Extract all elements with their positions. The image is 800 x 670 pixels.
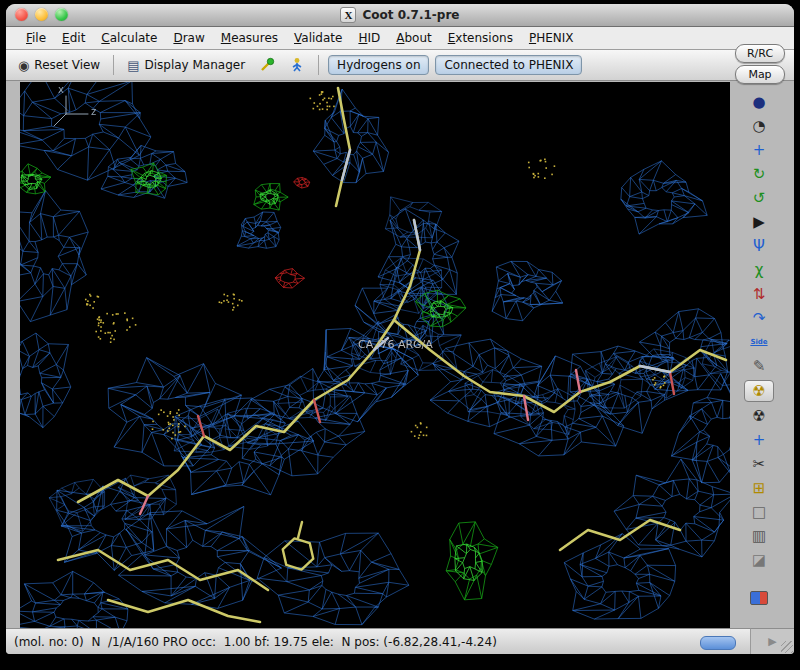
display-manager-icon: ▤	[127, 59, 139, 72]
residue-label: CA /76 ARG/A	[358, 338, 433, 351]
status-text: (mol. no: 0) N /1/A/160 PRO occ: 1.00 bf…	[14, 635, 497, 649]
resize-grip[interactable]	[781, 641, 793, 653]
reset-view-button[interactable]: ◉ Reset View	[14, 56, 104, 74]
display-manager-button[interactable]: ▤ Display Manager	[123, 56, 249, 74]
eraser-icon[interactable]: ◪	[745, 550, 773, 570]
status-scrollbar[interactable]	[700, 636, 736, 650]
real-space-refine-icon[interactable]: ☢	[744, 380, 774, 402]
axis-z-label: z	[91, 106, 96, 117]
auto-fit-rotamer-icon[interactable]: ↷	[745, 308, 773, 328]
flip-peptide-icon[interactable]: ⇅	[745, 284, 773, 304]
menu-item-edit[interactable]: Edit	[54, 29, 93, 47]
goto-atom-button[interactable]	[255, 55, 279, 75]
window-title-group: X Coot 0.7.1-pre	[340, 7, 459, 23]
phenix-connection-toggle[interactable]: Connected to PHENIX	[435, 55, 582, 75]
clock-icon[interactable]: ◔	[745, 116, 773, 136]
expand-arrow-icon[interactable]: ▶	[768, 635, 776, 648]
title-bar[interactable]: X Coot 0.7.1-pre	[6, 4, 794, 27]
regularize-icon[interactable]: ☢	[745, 406, 773, 426]
baton-build-button[interactable]	[285, 55, 309, 75]
navigation-icon[interactable]: ●	[745, 92, 773, 112]
menu-item-calculate[interactable]: Calculate	[93, 29, 165, 47]
baton-build-icon	[289, 57, 305, 73]
add-alt-conf-icon[interactable]: ⊞	[745, 478, 773, 498]
rotamers-icon[interactable]: Ψ	[745, 236, 773, 256]
menu-item-about[interactable]: About	[388, 29, 440, 47]
eye-icon: ◉	[18, 59, 29, 72]
menu-item-phenix[interactable]: PHENIX	[521, 29, 582, 47]
reset-view-label: Reset View	[34, 58, 100, 72]
density-canvas[interactable]	[20, 82, 730, 628]
play-icon[interactable]: ▶	[745, 212, 773, 232]
coot-window: X Coot 0.7.1-pre FileEditCalculateDrawMe…	[6, 4, 794, 654]
menu-item-extensions[interactable]: Extensions	[440, 29, 521, 47]
refine-zone-icon[interactable]: ↻	[745, 164, 773, 184]
add-terminal-icon[interactable]: +	[745, 430, 773, 450]
rrc-button[interactable]: R/RC	[735, 44, 785, 63]
window-controls	[15, 8, 68, 21]
map-button[interactable]: Map	[735, 65, 785, 84]
picture-icon[interactable]	[745, 588, 773, 608]
minimize-button[interactable]	[35, 8, 48, 21]
display-manager-label: Display Manager	[144, 58, 245, 72]
goto-atom-icon	[259, 57, 275, 73]
torsion-icon[interactable]: ↺	[745, 188, 773, 208]
menu-item-draw[interactable]: Draw	[165, 29, 212, 47]
menu-item-validate[interactable]: Validate	[286, 29, 350, 47]
corner-box: ▶	[750, 628, 794, 654]
menu-item-measures[interactable]: Measures	[213, 29, 286, 47]
main-toolbar: ◉ Reset View ▤ Display Manager Hydrogens…	[6, 50, 794, 81]
toolbar-separator	[113, 55, 114, 75]
hydrogens-toggle[interactable]: Hydrogens on	[328, 55, 429, 75]
move-molecule-icon[interactable]: +	[745, 140, 773, 160]
axis-x-label: x	[58, 84, 64, 95]
graphics-viewport: x z CA /76 ARG/A	[20, 82, 730, 628]
zoom-button[interactable]	[55, 8, 68, 21]
status-bar: (mol. no: 0) N /1/A/160 PRO occ: 1.00 bf…	[6, 628, 750, 654]
menu-item-file[interactable]: File	[18, 29, 54, 47]
menu-bar: FileEditCalculateDrawMeasuresValidateHID…	[6, 27, 794, 50]
screen: { "window": { "title": "Coot 0.7.1-pre",…	[0, 0, 800, 670]
close-button[interactable]	[15, 8, 28, 21]
cut-icon[interactable]: ✂	[745, 454, 773, 474]
x11-icon: X	[340, 7, 356, 23]
edit-backbone-icon[interactable]: ✎	[745, 356, 773, 376]
chi-angles-icon[interactable]: χ	[745, 260, 773, 280]
window-title: Coot 0.7.1-pre	[362, 8, 459, 22]
side-chain-flip-icon[interactable]: Side	[745, 332, 773, 352]
menu-item-hid[interactable]: HID	[350, 29, 388, 47]
right-toolbar: ●◔+↻↺▶Ψχ⇅↷Side✎☢☢+✂⊞□▥◪	[737, 92, 781, 608]
delete-icon[interactable]: ▥	[745, 526, 773, 546]
toolbar-separator	[318, 55, 319, 75]
placeholder-icon[interactable]: □	[745, 502, 773, 522]
